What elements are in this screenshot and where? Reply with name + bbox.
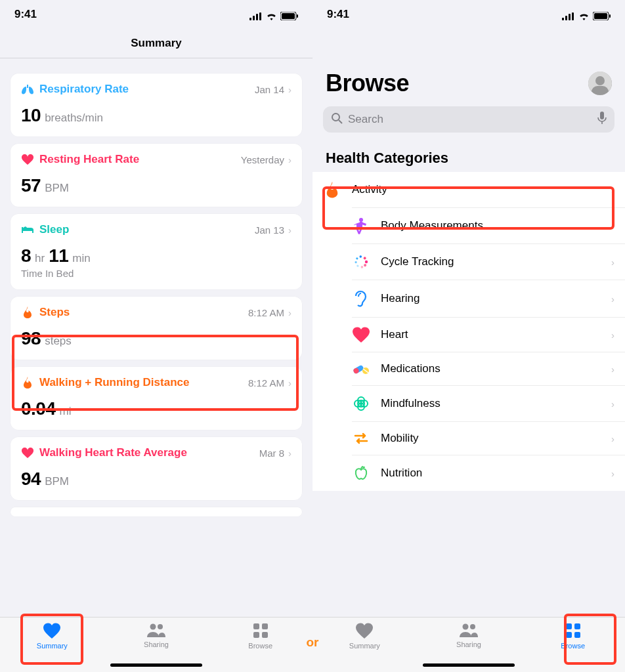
card-resting-heart-rate[interactable]: Resting Heart Rate Yesterday › 57 BPM (11, 144, 302, 207)
card-date-label: Jan 13 (255, 224, 284, 236)
nav-title: Summary (0, 29, 312, 58)
card-title-label: Walking Heart Rate Average (39, 446, 187, 459)
chevron-right-icon: › (611, 293, 614, 304)
tab-label: Browse (561, 642, 585, 650)
people-icon (146, 623, 166, 639)
svg-rect-18 (594, 13, 607, 19)
svg-point-8 (158, 624, 163, 629)
wifi-icon (266, 10, 277, 18)
card-walking-heart-rate[interactable]: Walking Heart Rate Average Mar 8 › 94 BP… (11, 437, 302, 500)
svg-rect-49 (566, 623, 572, 629)
tab-label: Sharing (456, 640, 481, 648)
card-title-label: Respiratory Rate (39, 83, 129, 96)
chevron-right-icon: › (611, 364, 614, 375)
category-activity[interactable]: Activity › (312, 172, 625, 207)
card-sleep[interactable]: Sleep Jan 13 › 8 hr 11 min Time In Bed (11, 214, 302, 289)
search-placeholder: Search (348, 113, 383, 126)
category-mindfulness[interactable]: Mindfulness › (352, 385, 625, 421)
card-date-label: Mar 8 (259, 448, 284, 459)
svg-rect-1 (253, 16, 255, 20)
chevron-right-icon: › (611, 220, 614, 232)
card-unit: steps (45, 335, 72, 348)
tab-browse[interactable]: Browse (521, 618, 625, 672)
chevron-right-icon: › (288, 377, 291, 388)
arrows-icon (352, 431, 370, 446)
category-list: Activity › Body Measurements › Cycle Tra… (312, 172, 625, 491)
category-label: Nutrition (381, 467, 422, 480)
wifi-icon (578, 10, 590, 18)
svg-rect-52 (574, 632, 580, 638)
svg-rect-51 (566, 632, 572, 638)
svg-rect-9 (253, 623, 259, 629)
category-medications[interactable]: Medications › (352, 352, 625, 385)
svg-point-47 (463, 624, 469, 630)
heart-filled-icon (43, 623, 60, 640)
card-unit: breaths/min (45, 112, 103, 125)
category-heart[interactable]: Heart › (352, 317, 625, 352)
svg-rect-10 (262, 623, 268, 629)
tab-summary[interactable]: Summary (0, 618, 104, 672)
browse-screen: 9:41 Browse Search Health Categories Act… (312, 0, 625, 672)
category-mobility[interactable]: Mobility › (352, 421, 625, 455)
svg-rect-50 (574, 623, 580, 629)
profile-avatar[interactable] (588, 72, 612, 95)
chevron-right-icon: › (611, 329, 614, 341)
svg-point-48 (470, 624, 475, 629)
category-label: Activity (352, 183, 387, 196)
svg-rect-0 (249, 18, 251, 20)
tab-bar: Summary Sharing Browse (312, 617, 625, 672)
card-subtitle: Time In Bed (21, 268, 291, 279)
svg-point-35 (356, 257, 359, 261)
category-label: Heart (381, 328, 408, 341)
card-value: 57 (21, 175, 41, 196)
or-divider: or (307, 635, 319, 650)
svg-point-33 (356, 264, 360, 268)
ear-icon (352, 289, 370, 308)
category-body-measurements[interactable]: Body Measurements › (352, 207, 625, 243)
home-indicator[interactable] (423, 663, 515, 667)
card-value: 0.04 (21, 398, 56, 419)
svg-rect-15 (569, 14, 571, 20)
card-show-all[interactable] (11, 507, 302, 516)
chevron-right-icon: › (611, 433, 614, 444)
signal-icon (562, 10, 575, 18)
summary-cards: Respiratory Rate Jan 14 › 10 breaths/min… (0, 58, 312, 617)
card-value-hours: 8 (21, 245, 31, 266)
signal-icon (249, 10, 263, 18)
category-cycle-tracking[interactable]: Cycle Tracking › (352, 243, 625, 280)
card-respiratory-rate[interactable]: Respiratory Rate Jan 14 › 10 breaths/min (11, 74, 302, 136)
card-value-minutes: 11 (49, 245, 68, 266)
bed-icon (21, 225, 34, 234)
card-value: 10 (21, 105, 41, 126)
svg-point-36 (359, 255, 362, 258)
category-nutrition[interactable]: Nutrition › (352, 455, 625, 491)
svg-rect-11 (253, 632, 259, 638)
search-icon (331, 112, 343, 127)
chevron-right-icon: › (288, 84, 291, 95)
battery-icon (593, 10, 611, 19)
card-title-label: Sleep (39, 223, 69, 236)
home-indicator[interactable] (110, 663, 202, 667)
tab-summary[interactable]: Summary (312, 618, 417, 672)
chevron-right-icon: › (288, 224, 291, 236)
card-date-label: Yesterday (241, 154, 284, 165)
card-steps[interactable]: Steps 8:12 AM › 98 steps (11, 297, 302, 360)
mindfulness-icon (352, 395, 370, 412)
category-hearing[interactable]: Hearing › (352, 280, 625, 317)
chevron-right-icon: › (288, 154, 291, 165)
card-date-label: Jan 14 (255, 84, 284, 95)
svg-point-22 (595, 76, 605, 85)
chevron-right-icon: › (611, 257, 614, 268)
heart-icon (21, 154, 34, 165)
card-walking-running-distance[interactable]: Walking + Running Distance 8:12 AM › 0.0… (11, 367, 302, 430)
flame-icon (21, 377, 34, 388)
category-label: Hearing (381, 292, 420, 305)
svg-rect-12 (262, 632, 268, 638)
svg-rect-14 (565, 16, 567, 20)
tab-browse[interactable]: Browse (208, 618, 312, 672)
search-field[interactable]: Search (323, 106, 614, 133)
svg-rect-6 (297, 14, 298, 18)
svg-point-37 (363, 257, 367, 261)
microphone-icon[interactable] (597, 112, 607, 128)
page-title: Browse (326, 70, 409, 97)
